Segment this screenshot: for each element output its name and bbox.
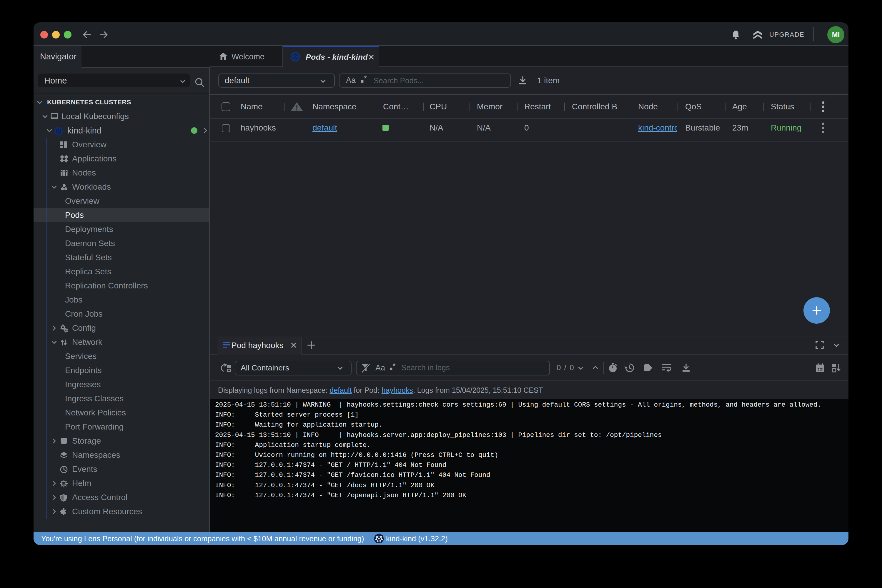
svg-text:HELM: HELM bbox=[61, 483, 67, 485]
